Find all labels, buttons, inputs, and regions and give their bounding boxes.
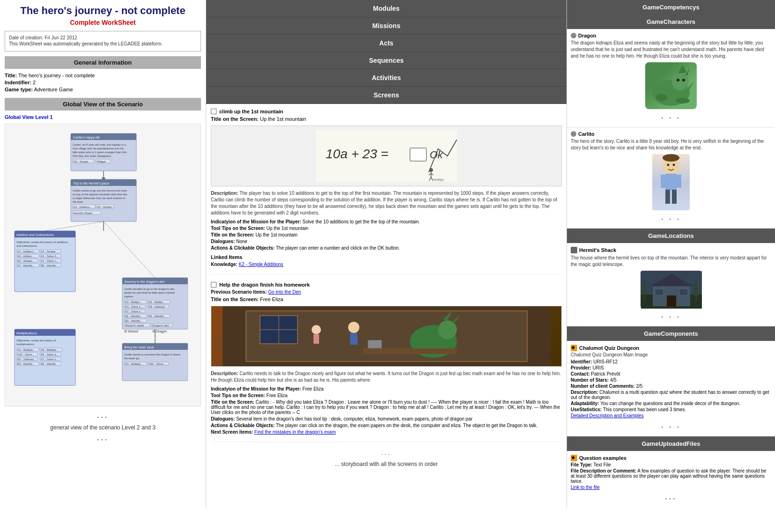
svg-text:K3 - Multipl...: K3 - Multipl... [149, 301, 165, 303]
svg-text:Bring the sister back: Bring the sister back [124, 346, 154, 349]
shack-svg [641, 271, 702, 309]
svg-text:K7 - Solve o...: K7 - Solve o... [125, 310, 143, 313]
svg-text:K1 - Addition...: K1 - Addition... [17, 250, 36, 253]
main-container: The hero's journey - not complete Comple… [0, 0, 775, 508]
svg-rect-163 [643, 294, 645, 301]
screen2-description: Description: Carlito needs to talk to th… [211, 370, 562, 384]
screen2-title-screen: Title on the Screen: Carlito : - Why did… [211, 399, 562, 415]
middle-panel: Modules Missions Acts Sequences Activiti… [206, 0, 567, 508]
math-svg: 10a + 23 = Ok Andejo [316, 130, 457, 182]
nav-missions[interactable]: Missions [206, 17, 566, 35]
screen2-tooltips: Tool Tips on the Screen: Free Eliza [211, 393, 562, 398]
svg-text:⚙ Dragon: ⚙ Dragon [152, 330, 167, 333]
shack-icon [571, 247, 577, 253]
prev-link[interactable]: Go into the Den [268, 289, 301, 295]
svg-point-152 [667, 164, 670, 166]
svg-text:his sister go.: his sister go. [124, 357, 140, 360]
left-dots2: ... [5, 434, 201, 442]
svg-text:One day, this sister disappear: One day, this sister disappears [73, 155, 111, 157]
component-name: ★ Chalumot Quiz Dungeon [571, 345, 771, 351]
nav-acts[interactable]: Acts [206, 35, 566, 52]
svg-text:K30 - Solve...: K30 - Solve... [149, 362, 165, 365]
svg-rect-151 [672, 190, 677, 204]
knowledge-link[interactable]: K2 - Simple Additions [238, 262, 283, 267]
svg-text:captive.: captive. [124, 295, 134, 298]
screen2-title-bar: Help the dragon finish his homework [211, 282, 562, 288]
comp-detail-link[interactable]: Detailed Description and Examples [571, 413, 771, 418]
shack-image [641, 271, 701, 308]
svg-text:B2 - Identify...: B2 - Identify... [149, 315, 166, 318]
screen1-title-screen: Title on the Screen: Up the 1st mountain [211, 232, 562, 237]
file-type: File Type: Text File [571, 462, 771, 467]
locations-header: GameLocations [567, 229, 775, 243]
screen2-dialogues: Dialogues: Several item in the dragon's … [211, 416, 562, 421]
nav-sequences[interactable]: Sequences [206, 52, 566, 69]
svg-text:K3 - Simple...: K3 - Simple... [97, 206, 114, 208]
svg-point-127 [438, 320, 457, 339]
dragon-dots: . . . [571, 112, 771, 120]
svg-point-142 [656, 94, 667, 101]
navigation-bar: Modules Missions Acts Sequences Activiti… [206, 0, 566, 104]
screen2-prev: Previous Scenario items: Go into the Den [211, 289, 562, 295]
svg-text:Carlito: an 8 year old child, : Carlito: an 8 year old child, live happi… [73, 143, 126, 146]
svg-rect-165 [695, 295, 697, 302]
general-info-header: General Information [5, 56, 201, 69]
carlito-dots: . . . [571, 213, 771, 222]
nav-activities[interactable]: Activities [206, 69, 566, 87]
comp-dots: . . . [571, 421, 771, 429]
svg-text:B3 - Identify...: B3 - Identify... [17, 362, 35, 365]
svg-text:Carlito decides to go to the d: Carlito decides to go to the dragon's de… [124, 288, 175, 290]
screen1-checkbox[interactable] [211, 109, 216, 114]
left-panel: The hero's journey - not complete Comple… [0, 0, 206, 508]
svg-text:K5 - Simple...: K5 - Simple... [17, 259, 34, 262]
svg-text:K4 - Solve 4...: K4 - Solve 4... [41, 255, 59, 258]
svg-text:Dragon's den: Dragon's den [152, 324, 169, 327]
middle-dots: ... [216, 450, 557, 456]
screen2-checkbox[interactable] [211, 282, 216, 288]
title-value: The hero's journey - not complete [18, 73, 95, 78]
comp-adaptability: Adaptability: You can change the questio… [571, 401, 771, 406]
identifier-value: 2 [33, 80, 36, 85]
svg-text:Carlito wants to go see the he: Carlito wants to go see the hermit who l… [73, 189, 127, 192]
meta-date: Date of creation: Fri Jun 22 2012 [9, 35, 197, 40]
nav-screens[interactable]: Screens [206, 87, 566, 104]
dragon-svg [645, 62, 697, 109]
svg-text:Hermit's Shack: Hermit's Shack [74, 212, 93, 214]
screen1-linked-header: Linked Items [211, 254, 562, 260]
dragon-image [645, 62, 697, 109]
comp-icon: ★ [571, 345, 577, 351]
svg-text:K3 - Multiply...: K3 - Multiply... [125, 362, 143, 365]
screen2-image [211, 306, 562, 367]
screen2-name: Help the dragon finish his homework [219, 282, 310, 288]
carlito-desc: The hero of the story. Carlito is a litt… [571, 138, 771, 151]
dragon-name: Dragon [571, 33, 771, 38]
svg-text:K5 - Simple: K5 - Simple [74, 160, 89, 163]
svg-rect-147 [665, 174, 677, 190]
svg-text:Wizard's castle: Wizard's castle [125, 324, 144, 327]
nav-modules[interactable]: Modules [206, 0, 566, 17]
comp-contact: Contact: Patrick Prévôt [571, 371, 771, 377]
dragon-desc: The dragon kidnaps Eliza and seems nasty… [571, 40, 771, 59]
svg-text:K4 - Solve e...: K4 - Solve e... [125, 305, 143, 308]
shack-name: Hermit's Shack [571, 247, 771, 253]
hermits-shack-location: Hermit's Shack The house where the hermi… [567, 243, 775, 326]
screen-item-2: Help the dragon finish his homework Prev… [211, 282, 562, 442]
file-link[interactable]: Link to the file [571, 485, 771, 490]
comp-comments: Number of client Comments: 2/5 [571, 384, 771, 389]
shack-desc: The house where the hermit lives on top … [571, 255, 771, 268]
svg-line-108 [45, 222, 104, 231]
dragon-character: Dragon The dragon kidnaps Eliza and seem… [567, 29, 775, 127]
svg-text:K5 - Solve a...: K5 - Solve a... [41, 353, 59, 356]
global-view-level[interactable]: Global View Level 1 [5, 114, 201, 120]
svg-point-134 [312, 325, 321, 334]
next-screen-link[interactable]: Find the mistakes in the dragon's exam [254, 429, 336, 435]
screen1-description: Description: The player has to solve 10 … [211, 190, 562, 216]
svg-text:K2 - Simple...: K2 - Simple... [41, 250, 58, 253]
svg-text:Widget: Widget [97, 160, 106, 163]
title-field: Title: The hero's journey - not complete [5, 73, 201, 78]
svg-text:10a + 23 =: 10a + 23 = [326, 147, 388, 161]
chalumot-component: ★ Chalumot Quiz Dungeon Chalumot Quiz Du… [567, 341, 775, 436]
components-header: GameComponents [567, 326, 775, 341]
screen1-title-bar: climb up the 1st mountain [211, 109, 562, 114]
carlito-svg [652, 154, 690, 210]
